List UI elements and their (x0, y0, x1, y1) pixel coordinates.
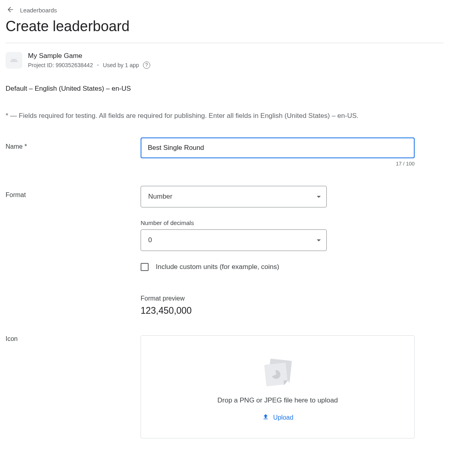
separator-dot: • (97, 62, 99, 68)
form-row-icon: Icon Drop a PNG or JPEG file here to upl… (6, 335, 443, 438)
decimals-label: Number of decimals (141, 219, 415, 226)
format-select-value: Number (148, 193, 172, 201)
used-by-apps: Used by 1 app (103, 62, 139, 68)
custom-units-checkbox[interactable] (141, 263, 149, 271)
back-arrow-icon[interactable] (6, 6, 14, 15)
custom-units-label: Include custom units (for example, coins… (156, 263, 279, 271)
name-char-count: 17 / 100 (141, 161, 415, 167)
app-name: My Sample Game (28, 52, 150, 60)
upload-icon (262, 413, 269, 422)
format-preview-value: 123,450,000 (141, 305, 415, 316)
breadcrumb[interactable]: Leaderboards (6, 6, 443, 15)
required-fields-note: * — Fields required for testing. All fie… (6, 112, 443, 120)
breadcrumb-parent[interactable]: Leaderboards (20, 7, 57, 14)
help-icon[interactable]: ? (143, 62, 150, 69)
form-row-format: Format Number Number of decimals 0 Inclu… (6, 186, 443, 316)
decimals-select[interactable]: 0 (141, 229, 327, 251)
name-label: Name * (6, 137, 141, 150)
app-icon-placeholder (6, 52, 22, 69)
format-select[interactable]: Number (141, 186, 327, 207)
name-input[interactable] (141, 137, 415, 158)
chevron-down-icon (317, 239, 321, 241)
format-label: Format (6, 186, 141, 199)
upload-label: Upload (273, 414, 294, 421)
upload-button[interactable]: Upload (262, 413, 294, 422)
section-divider (6, 43, 443, 43)
icon-label: Icon (6, 335, 141, 343)
form-row-name: Name * 17 / 100 (6, 137, 443, 167)
icon-drop-zone[interactable]: Drop a PNG or JPEG file here to upload U… (141, 335, 415, 438)
decimals-select-value: 0 (148, 236, 152, 244)
chevron-down-icon (317, 196, 321, 198)
format-preview-label: Format preview (141, 295, 415, 302)
image-stack-icon (264, 360, 292, 388)
project-id: Project ID: 990352638442 (28, 62, 93, 68)
page-title: Create leaderboard (6, 18, 443, 35)
drop-zone-text: Drop a PNG or JPEG file here to upload (217, 396, 338, 404)
app-header: My Sample Game Project ID: 990352638442 … (6, 52, 443, 69)
locale-line: Default – English (United States) – en-U… (6, 85, 443, 93)
